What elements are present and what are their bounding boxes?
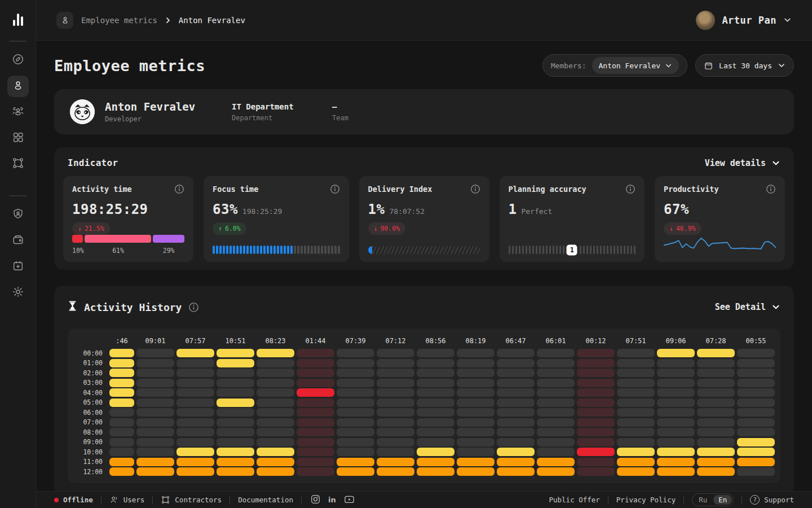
row-label: 02:00 xyxy=(73,369,107,377)
activity-cell xyxy=(297,369,334,377)
sidebar-item-admin[interactable] xyxy=(7,204,29,226)
column-header: 00:12 xyxy=(577,337,615,345)
footer-link-documentation[interactable]: Documentation xyxy=(238,496,293,504)
employee-avatar xyxy=(70,99,95,124)
dash xyxy=(287,246,289,254)
activity-cell xyxy=(176,458,214,466)
info-icon[interactable] xyxy=(470,184,480,194)
activity-cell xyxy=(697,379,735,387)
dash xyxy=(253,246,255,254)
info-icon[interactable] xyxy=(188,302,199,313)
activity-cell xyxy=(497,438,535,446)
user-menu[interactable]: Artur Pan xyxy=(696,11,792,30)
sidebar xyxy=(0,0,36,508)
activity-cell xyxy=(297,467,334,476)
activity-cell xyxy=(136,388,174,397)
activity-cell xyxy=(257,359,294,367)
dash xyxy=(334,246,337,254)
activity-cell xyxy=(297,458,334,466)
activity-cell xyxy=(457,448,495,456)
activity-cell xyxy=(617,448,655,456)
members-label: Members: xyxy=(551,62,586,70)
dash xyxy=(219,246,222,254)
top-header: Employee metrics Anton Fevralev Artur Pa… xyxy=(36,0,812,41)
sidebar-item-settings[interactable] xyxy=(7,282,29,304)
sidebar-item-dashboard[interactable] xyxy=(7,50,29,71)
activity-cell xyxy=(697,448,735,456)
sidebar-item-calendar[interactable] xyxy=(7,256,29,278)
activity-cell xyxy=(457,349,495,357)
activity-cell xyxy=(217,428,254,436)
activity-cell xyxy=(417,369,454,377)
activity-cell xyxy=(417,379,454,387)
info-icon[interactable] xyxy=(766,184,776,194)
sidebar-item-team[interactable] xyxy=(7,102,29,123)
lang-ru-button[interactable]: Ru xyxy=(694,495,712,505)
sidebar-divider xyxy=(9,41,27,42)
indicator-section: Indicator View details Activity time 198… xyxy=(54,147,794,270)
activity-cell xyxy=(176,448,214,456)
app-logo-icon[interactable] xyxy=(13,11,23,26)
lang-en-button[interactable]: En xyxy=(713,495,732,505)
date-range-select[interactable]: Last 30 days xyxy=(695,54,794,77)
activity-cell xyxy=(337,388,374,397)
footer-link-public-offer[interactable]: Public Offer xyxy=(549,496,600,504)
activity-cell xyxy=(377,467,414,476)
members-select[interactable]: Members: Anton Fevralev xyxy=(542,54,687,77)
dash xyxy=(246,246,249,254)
activity-cell xyxy=(497,428,535,436)
column-header: 09:06 xyxy=(657,337,695,345)
activity-cell xyxy=(457,467,495,476)
dash xyxy=(304,246,306,254)
dash xyxy=(553,246,555,254)
footer-link-privacy-policy[interactable]: Privacy Policy xyxy=(616,496,676,504)
employee-name: Anton Fevralev xyxy=(105,100,232,113)
footer-link-support[interactable]: ? Support xyxy=(750,495,794,505)
sidebar-item-wallet[interactable] xyxy=(7,230,29,252)
info-icon[interactable] xyxy=(625,184,636,194)
sidebar-item-employee[interactable] xyxy=(7,76,29,97)
activity-cell xyxy=(217,418,254,427)
footer-link-contractors[interactable]: Contractors xyxy=(161,495,222,505)
metric-card-focus-time: Focus time 63% 198:25:29 ↑6.0% xyxy=(204,176,349,262)
activity-cell xyxy=(737,388,775,397)
segment xyxy=(85,235,151,243)
instagram-icon[interactable] xyxy=(311,494,320,506)
activity-cell xyxy=(109,408,134,417)
breadcrumb-section[interactable]: Employee metrics xyxy=(81,16,157,25)
activity-cell xyxy=(136,438,174,446)
footer-link-users[interactable]: Users xyxy=(109,495,145,505)
info-icon[interactable] xyxy=(330,184,340,194)
dash xyxy=(216,246,218,254)
activity-cell xyxy=(136,458,174,466)
view-details-button[interactable]: View details xyxy=(705,158,780,168)
activity-cell xyxy=(537,428,575,436)
see-detail-button[interactable]: See Detail xyxy=(715,302,780,312)
info-icon[interactable] xyxy=(174,184,184,194)
activity-cell xyxy=(176,359,214,367)
dash xyxy=(559,246,562,254)
activity-cell xyxy=(537,359,575,367)
dash xyxy=(280,246,283,254)
planning-accuracy-gauge: 1 xyxy=(509,246,636,254)
column-header: 08:19 xyxy=(457,337,495,345)
segment-label: 29% xyxy=(153,247,184,255)
dash xyxy=(610,246,612,254)
sidebar-item-apps[interactable] xyxy=(7,128,29,149)
activity-cell xyxy=(217,467,254,476)
activity-cell xyxy=(377,398,414,407)
sidebar-item-contractors[interactable] xyxy=(7,154,29,175)
activity-cell xyxy=(109,388,134,397)
activity-cell xyxy=(497,418,535,427)
activity-cell xyxy=(217,388,254,397)
activity-cell xyxy=(657,438,695,446)
dash xyxy=(522,246,524,254)
row-label: 05:00 xyxy=(73,398,107,406)
youtube-icon[interactable] xyxy=(344,494,355,506)
nodes-icon xyxy=(12,157,24,172)
linkedin-icon[interactable]: in xyxy=(328,496,336,504)
segment-label: 61% xyxy=(85,247,151,255)
activity-cell xyxy=(377,438,414,446)
dash xyxy=(532,246,535,254)
activity-cell xyxy=(737,428,775,436)
